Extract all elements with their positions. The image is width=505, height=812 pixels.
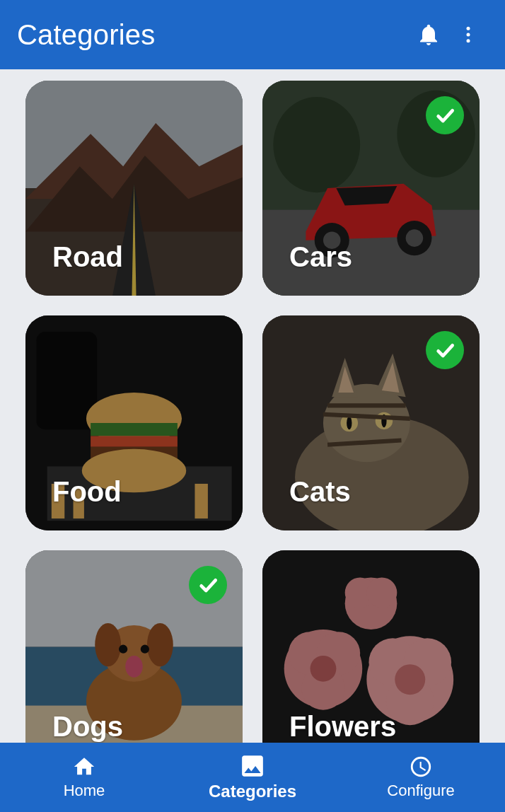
more-vert-icon	[458, 24, 479, 45]
svg-point-2	[467, 39, 470, 42]
image-icon	[238, 752, 267, 780]
card-label: Road	[52, 241, 123, 273]
svg-point-0	[467, 27, 470, 30]
bottom-navigation: Home Categories Configure	[0, 743, 505, 812]
selected-badge	[426, 331, 464, 369]
card-label: Cats	[289, 476, 351, 508]
nav-label: Configure	[387, 782, 454, 800]
category-card-road[interactable]: Road	[25, 81, 243, 296]
category-card-food[interactable]: Food	[25, 315, 243, 530]
card-label: Food	[52, 476, 122, 508]
card-label: Cars	[289, 241, 352, 273]
selected-badge	[426, 96, 464, 134]
more-menu-button[interactable]	[448, 15, 488, 54]
category-card-cars[interactable]: Cars	[262, 81, 480, 296]
nav-home[interactable]: Home	[0, 743, 168, 812]
page-title: Categories	[17, 19, 409, 51]
bell-icon	[416, 22, 441, 47]
check-icon	[197, 574, 219, 596]
category-card-dogs[interactable]: Dogs	[25, 550, 243, 765]
svg-point-1	[467, 33, 470, 37]
nav-configure[interactable]: Configure	[337, 743, 505, 812]
card-label: Flowers	[289, 711, 396, 743]
notifications-button[interactable]	[409, 15, 448, 54]
check-icon	[434, 104, 456, 127]
nav-categories[interactable]: Categories	[168, 743, 337, 812]
card-label: Dogs	[52, 711, 123, 743]
category-card-flowers[interactable]: Flowers	[262, 550, 480, 765]
category-card-cats[interactable]: Cats	[262, 315, 480, 530]
nav-label: Categories	[209, 782, 296, 801]
check-icon	[434, 339, 456, 361]
selected-badge	[189, 566, 227, 604]
clock-icon	[409, 755, 433, 779]
nav-label: Home	[64, 782, 105, 800]
home-icon	[72, 755, 96, 779]
category-grid: Road Cars	[0, 69, 505, 777]
app-bar: Categories	[0, 0, 505, 69]
